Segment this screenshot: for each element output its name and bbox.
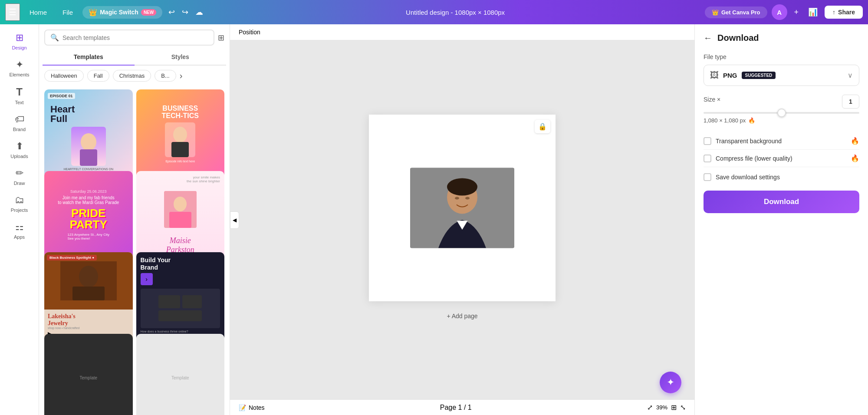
save-settings-label: Save download settings (716, 174, 780, 181)
suggested-badge: SUGGESTED (742, 72, 776, 79)
sidebar-item-design[interactable]: ⊞ Design (0, 28, 39, 55)
redo-button[interactable]: ↪ (179, 5, 191, 20)
brand-icon: 🏷 (15, 114, 24, 125)
avatar[interactable]: A (772, 4, 787, 20)
save-settings-row: Save download settings (704, 167, 859, 187)
canvas[interactable]: 🔒 (369, 115, 556, 301)
add-button[interactable]: + (792, 5, 802, 20)
hamburger-button[interactable]: ☰ (5, 3, 20, 21)
design-icon: ⊞ (16, 32, 23, 43)
chip-fall[interactable]: Fall (87, 70, 109, 82)
svg-point-16 (447, 178, 477, 195)
svg-rect-6 (169, 212, 191, 228)
sidebar-item-label: Uploads (10, 154, 28, 159)
get-canva-pro-button[interactable]: 👑 Get Canva Pro (705, 7, 767, 18)
sidebar-item-label: Elements (10, 72, 30, 77)
sidebar-item-apps[interactable]: ⚏ Apps (0, 217, 39, 244)
save-settings-checkbox[interactable] (704, 173, 711, 181)
sidebar-item-label: Text (15, 100, 23, 105)
magic-switch-button[interactable]: 👑 Magic Switch NEW (82, 6, 162, 19)
svg-point-5 (174, 197, 187, 211)
sidebar-item-draw[interactable]: ✏ Draw (0, 163, 39, 190)
tab-styles[interactable]: Styles (135, 49, 227, 65)
template-card[interactable]: Template (44, 334, 133, 415)
tabs: Templates Styles (43, 49, 226, 66)
template-card[interactable]: Build YourBrand › How does a business th… (136, 252, 225, 341)
size-px-label: 1,080 × 1,080 px 🔥 (704, 117, 859, 124)
pro-icon-dimensions: 🔥 (748, 117, 755, 124)
compress-checkbox[interactable] (704, 155, 711, 162)
template-card[interactable]: Black Business Spotlight ● Lakeisha'sJew… (44, 252, 133, 341)
share-label: Share (838, 9, 855, 16)
search-input-wrap[interactable]: 🔍 (44, 30, 214, 46)
size-section: Size × 1,080 × 1,080 px 🔥 (704, 95, 859, 124)
svg-rect-11 (158, 295, 180, 308)
svg-rect-3 (171, 142, 189, 157)
svg-rect-1 (80, 149, 97, 166)
zoom-controls: ⤢ 39% ⊞ ⤡ (647, 403, 686, 412)
notes-icon: 📝 (239, 404, 246, 411)
cloud-save-button[interactable]: ☁ (193, 5, 206, 20)
grid-view-button[interactable]: ⊞ (671, 403, 677, 412)
sidebar-item-label: Apps (14, 234, 25, 240)
add-page-button[interactable]: + Add page (369, 306, 556, 326)
projects-icon: 🗂 (15, 194, 24, 206)
fit-view-button[interactable]: ⤢ (647, 403, 653, 412)
hide-panel-button[interactable]: ◀ (230, 211, 239, 229)
sidebar-item-uploads[interactable]: ⬆ Uploads (0, 136, 39, 163)
home-button[interactable]: Home (23, 6, 53, 19)
back-button[interactable]: ← (704, 33, 712, 43)
sidebar-item-text[interactable]: T Text (0, 82, 39, 109)
sidebar-item-elements[interactable]: ✦ Elements (0, 55, 39, 82)
svg-rect-12 (182, 295, 202, 308)
compress-row: Compress file (lower quality) 🔥 (704, 150, 859, 167)
template-card[interactable]: Saturday 25.06.2023 Join me and my fab f… (44, 171, 133, 260)
elements-icon: ✦ (16, 59, 23, 70)
sidebar-item-projects[interactable]: 🗂 Projects (0, 190, 39, 217)
undo-button[interactable]: ↩ (166, 5, 178, 20)
size-label: Size × (704, 96, 720, 103)
svg-point-8 (79, 266, 98, 287)
template-card[interactable]: BUSINESSTECH-TICS Episode info text here (136, 89, 225, 178)
analytics-button[interactable]: 📊 (806, 5, 820, 20)
lock-button[interactable]: 🔒 (535, 120, 550, 133)
topbar: ☰ Home File 👑 Magic Switch NEW ↩ ↪ ☁ Unt… (0, 0, 868, 24)
canvas-bottom-bar: 📝 Notes Page 1 / 1 ⤢ 39% ⊞ ⤡ (230, 399, 694, 415)
assistant-button[interactable]: ✦ (660, 372, 681, 393)
chip-halloween[interactable]: Halloween (44, 70, 84, 82)
chip-more-button[interactable]: › (180, 71, 183, 81)
category-chips: Halloween Fall Christmas B... › (39, 66, 230, 86)
download-button[interactable]: Download (704, 191, 859, 213)
svg-rect-13 (158, 310, 202, 321)
size-slider[interactable] (704, 112, 859, 114)
chip-christmas[interactable]: Christmas (113, 70, 151, 82)
file-button[interactable]: File (56, 6, 79, 19)
chip-birthday[interactable]: B... (155, 70, 176, 82)
search-input[interactable] (62, 34, 208, 41)
download-title: Download (717, 33, 759, 43)
transparent-bg-checkbox[interactable] (704, 137, 711, 145)
pro-icon-transparent: 🔥 (851, 137, 859, 145)
download-header: ← Download (704, 33, 859, 43)
file-type-select[interactable]: 🖼 PNG SUGGESTED ∨ (704, 65, 859, 86)
notes-button[interactable]: 📝 Notes (239, 404, 265, 411)
share-button[interactable]: ↑ Share (825, 6, 863, 19)
transparent-bg-label: Transparent background (704, 137, 782, 145)
tab-templates[interactable]: Templates (43, 49, 135, 66)
pro-icon-compress: 🔥 (851, 154, 859, 162)
sidebar-item-label: Brand (13, 127, 26, 132)
filter-button[interactable]: ⊞ (218, 33, 224, 43)
template-card[interactable]: your smile makesthe sun shine brighter M… (136, 171, 225, 260)
sidebar-item-brand[interactable]: 🏷 Brand (0, 109, 39, 136)
svg-point-0 (81, 133, 96, 151)
canvas-image (410, 168, 514, 248)
template-panel: 🔍 ⊞ Templates Styles Halloween Fall Chri… (39, 24, 230, 415)
document-title: Untitled design - 1080px × 1080px (406, 9, 505, 16)
file-type-icon: 🖼 (710, 70, 719, 80)
size-input[interactable] (842, 95, 859, 109)
share-icon: ↑ (832, 9, 835, 16)
expand-button[interactable]: ⤡ (680, 403, 686, 412)
file-type-label: File type (704, 53, 859, 60)
template-card[interactable]: Template (136, 334, 225, 415)
template-card[interactable]: EPISODE 01 HeartFull HEARTFELT CONVERSAT… (44, 89, 133, 178)
